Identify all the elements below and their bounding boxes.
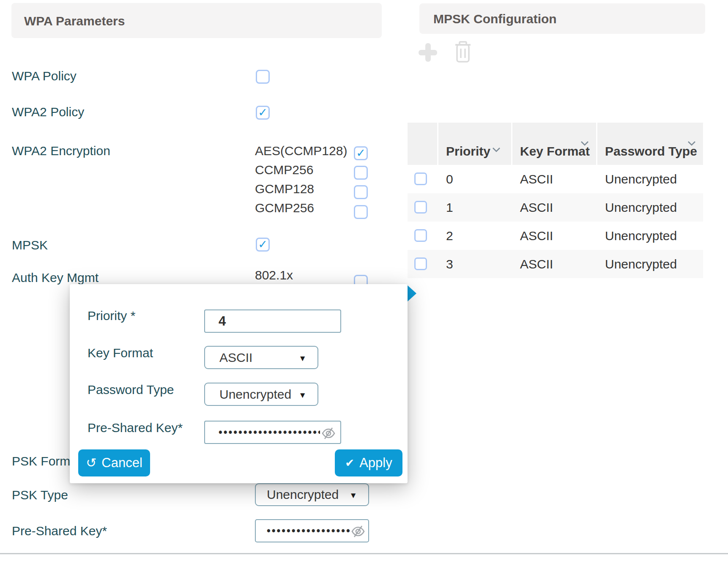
encryption-option-label: AES(CCMP128) [255, 144, 347, 158]
add-mpsk-dialog: Priority * 4 Key Format ASCII ▼ Password… [70, 284, 408, 483]
caret-down-icon: ▼ [349, 491, 357, 500]
wpa-policy-label: WPA Policy [12, 69, 77, 83]
password-type-value: Unencrypted [219, 387, 291, 402]
cell-priority: 2 [438, 229, 512, 243]
psk-type-select[interactable]: Unencrypted ▼ [255, 483, 369, 506]
psk-type-value: Unencrypted [267, 487, 339, 502]
masked-password: •••••••••••••••••••••••••••• [219, 426, 320, 438]
dialog-password-type-label: Password Type [88, 383, 174, 397]
wpa2-encryption-label: WPA2 Encryption [12, 144, 110, 158]
cell-key-format: ASCII [512, 229, 597, 243]
dialog-pre-shared-key-label: Pre-Shared Key* [88, 421, 183, 435]
dialog-priority-input[interactable]: 4 [204, 309, 341, 333]
psk-type-label: PSK Type [12, 488, 68, 502]
bottom-divider [0, 553, 728, 554]
wpa2-policy-label: WPA2 Policy [12, 105, 84, 119]
trash-icon[interactable] [453, 41, 473, 63]
encryption-gcmp256-checkbox[interactable] [354, 205, 368, 219]
wpa-parameters-title: WPA Parameters [24, 14, 125, 28]
mpsk-label: MPSK [12, 238, 48, 252]
undo-icon: ↺ [86, 457, 96, 469]
insert-position-arrow-icon [408, 285, 416, 301]
encryption-aes-ccmp128-checkbox[interactable]: ✓ [354, 146, 368, 160]
wpa-policy-checkbox[interactable] [256, 70, 270, 84]
security-settings-page: WPA Parameters WPA Policy WPA2 Policy ✓ … [0, 0, 728, 564]
sort-chevron-icon[interactable] [687, 134, 696, 149]
cell-password-type: Unencrypted [597, 257, 703, 271]
cell-password-type: Unencrypted [597, 200, 703, 215]
table-row[interactable]: 0 ASCII Unencrypted [408, 165, 703, 193]
column-header-password-type[interactable]: Password Type [597, 123, 703, 165]
table-row[interactable]: 1 ASCII Unencrypted [408, 193, 703, 222]
wpa2-policy-checkbox[interactable]: ✓ [256, 106, 270, 120]
mpsk-table: Priority Key Format Password Type 0 [408, 123, 703, 278]
key-format-value: ASCII [219, 350, 252, 365]
dialog-priority-label: Priority * [88, 309, 135, 323]
encryption-option-label: GCMP256 [255, 201, 314, 215]
encryption-gcmp128-checkbox[interactable] [354, 185, 368, 199]
eye-slash-icon[interactable] [350, 525, 366, 540]
cell-key-format: ASCII [512, 200, 597, 215]
table-row[interactable]: 3 ASCII Unencrypted [408, 250, 703, 278]
encryption-option-label: GCMP128 [255, 182, 314, 196]
add-icon[interactable] [419, 43, 437, 62]
check-icon: ✓ [257, 107, 268, 118]
cell-priority: 0 [438, 172, 512, 186]
checkmark-icon: ✔ [345, 457, 354, 469]
check-icon: ✓ [355, 148, 367, 159]
cell-password-type: Unencrypted [597, 172, 703, 186]
auth-key-mgmt-value: 802.1x [255, 268, 293, 282]
dialog-pre-shared-key-input[interactable]: •••••••••••••••••••••••••••• [204, 421, 341, 444]
row-checkbox[interactable] [414, 201, 427, 214]
cell-password-type: Unencrypted [597, 229, 703, 243]
pre-shared-key-input[interactable]: ••••••••••••••••••••• [255, 519, 369, 542]
mpsk-configuration-title: MPSK Configuration [433, 12, 557, 26]
cancel-button[interactable]: ↺ Cancel [78, 449, 150, 476]
pre-shared-key-label: Pre-Shared Key* [12, 524, 107, 538]
cell-priority: 3 [438, 257, 512, 271]
cell-priority: 1 [438, 200, 512, 215]
mpsk-checkbox[interactable]: ✓ [256, 238, 270, 252]
cell-key-format: ASCII [512, 257, 597, 271]
auth-key-mgmt-label: Auth Key Mgmt [12, 271, 99, 285]
sort-chevron-icon[interactable] [492, 140, 501, 156]
column-header-priority[interactable]: Priority [438, 123, 512, 165]
row-checkbox[interactable] [414, 229, 427, 242]
column-header-select [408, 123, 438, 165]
apply-button[interactable]: ✔ Apply [335, 449, 402, 476]
mpsk-table-header: Priority Key Format Password Type [408, 123, 703, 165]
column-header-key-format[interactable]: Key Format [512, 123, 597, 165]
masked-password: ••••••••••••••••••••• [267, 525, 351, 537]
caret-down-icon: ▼ [298, 391, 307, 400]
wpa-parameters-header: WPA Parameters [11, 3, 382, 38]
cell-key-format: ASCII [512, 172, 597, 186]
eye-slash-icon[interactable] [321, 427, 336, 444]
caret-down-icon: ▼ [298, 354, 307, 363]
encryption-ccmp256-checkbox[interactable] [354, 166, 368, 180]
check-icon: ✓ [257, 239, 268, 250]
row-checkbox[interactable] [414, 172, 427, 185]
dialog-key-format-select[interactable]: ASCII ▼ [204, 346, 318, 369]
mpsk-configuration-header: MPSK Configuration [419, 3, 705, 34]
table-row[interactable]: 2 ASCII Unencrypted [408, 222, 703, 250]
dialog-password-type-select[interactable]: Unencrypted ▼ [204, 383, 318, 406]
encryption-option-label: CCMP256 [255, 163, 313, 177]
row-checkbox[interactable] [414, 257, 427, 270]
dialog-key-format-label: Key Format [88, 346, 153, 360]
sort-chevron-icon[interactable] [580, 134, 589, 149]
priority-value: 4 [219, 314, 226, 329]
